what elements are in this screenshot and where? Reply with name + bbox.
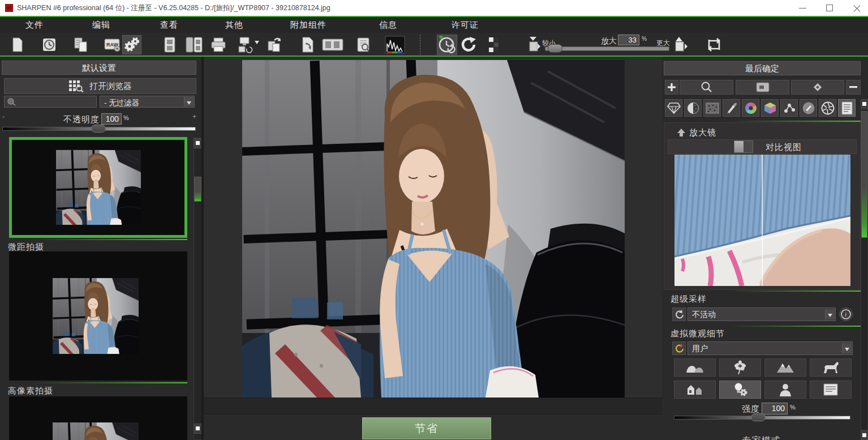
supersampling-info-button[interactable]: i: [839, 307, 853, 321]
notes-tool-button[interactable]: [838, 99, 856, 117]
export-device-button[interactable]: [237, 35, 261, 54]
menu-info[interactable]: 信息: [379, 20, 397, 31]
effect-settings-button[interactable]: [122, 35, 141, 54]
finalize-scroll-up-button[interactable]: [861, 99, 868, 109]
supersampling-select[interactable]: 不活动: [687, 307, 836, 321]
micro-type-portrait-button[interactable]: [764, 381, 806, 399]
loupe-preview-image[interactable]: [674, 155, 850, 286]
filter-dropdown-arrow[interactable]: [184, 97, 194, 106]
preview-window-button[interactable]: [736, 80, 789, 95]
finalize-header[interactable]: 最后确定: [664, 61, 861, 75]
raw-develop-button[interactable]: RAW: [103, 35, 122, 54]
title-bar: SHARPEN #6 professional (64 位) - 注册至 - V…: [0, 0, 868, 16]
menu-other[interactable]: 其他: [225, 20, 243, 31]
nodes-tool-button[interactable]: [780, 99, 798, 117]
presets-header[interactable]: 默认设置: [2, 61, 196, 75]
main-photo[interactable]: [242, 60, 625, 398]
rotate-image-button[interactable]: [265, 35, 284, 54]
micro-type-rocks-button[interactable]: [674, 358, 716, 377]
finalize-scroll-down-button[interactable]: [861, 430, 868, 440]
zoom-out-button[interactable]: [524, 35, 543, 54]
opacity-slider-thumb[interactable]: [91, 125, 106, 133]
maximize-button[interactable]: [817, 0, 843, 16]
image-canvas: 节省: [204, 57, 662, 440]
mask-pen-button[interactable]: [800, 99, 817, 117]
zoom-slider-thumb[interactable]: [548, 44, 562, 53]
gem-tool-button[interactable]: [665, 99, 682, 117]
fit-view-button[interactable]: [703, 35, 725, 54]
section-separator-line: [730, 121, 861, 122]
menu-file[interactable]: 文件: [25, 20, 44, 31]
micro-type-mountain-button[interactable]: [764, 358, 806, 377]
aperture-tool-button[interactable]: [819, 99, 836, 117]
minimize-icon: [799, 8, 806, 8]
micro-type-flower-button[interactable]: [719, 358, 761, 377]
strength-slider-thumb[interactable]: [751, 413, 766, 421]
supersampling-dropdown-arrow[interactable]: [825, 309, 835, 319]
histogram-button[interactable]: [384, 35, 406, 54]
redo-button[interactable]: [459, 35, 479, 54]
single-view-button[interactable]: [160, 35, 179, 54]
menu-view[interactable]: 查看: [160, 20, 178, 31]
zoom-value-field[interactable]: 33: [618, 35, 639, 45]
auto-recalc-button[interactable]: [437, 35, 457, 55]
preset-thumbnail-macro[interactable]: [9, 251, 187, 381]
next-section-header-clipped[interactable]: 专家模式: [662, 435, 861, 440]
opacity-label: 不透明度: [63, 114, 100, 125]
menu-license[interactable]: 许可证: [452, 20, 479, 31]
micro-type-bulb-button[interactable]: [719, 381, 761, 399]
micro-type-houses-button[interactable]: [674, 381, 716, 399]
zoom-in-button[interactable]: [670, 35, 689, 54]
supersampling-refresh-button[interactable]: [672, 307, 686, 321]
color-wheel-button[interactable]: [742, 99, 759, 117]
micro-refresh-button[interactable]: [672, 341, 686, 355]
compare-view-button[interactable]: [184, 35, 204, 54]
zoom-slider-track[interactable]: [545, 46, 669, 51]
compare-toggle[interactable]: [734, 140, 753, 153]
menu-addons[interactable]: 附加组件: [290, 20, 326, 31]
supersampling-value: 不活动: [692, 310, 716, 319]
denoise-tool-button[interactable]: [703, 99, 721, 117]
preset-search-input[interactable]: [4, 96, 97, 108]
open-browser-button[interactable]: 打开浏览器: [4, 78, 196, 94]
export-file-button[interactable]: [299, 35, 318, 54]
presets-scroll-up-button[interactable]: [194, 138, 202, 148]
add-preset-button[interactable]: [665, 80, 678, 95]
preset-thumbnail-hipixel[interactable]: [9, 396, 187, 440]
opacity-value-field[interactable]: 100: [101, 113, 122, 125]
print-button[interactable]: [209, 35, 228, 54]
brush-tool-button[interactable]: [723, 99, 740, 117]
collapse-arrow-icon[interactable]: [677, 128, 686, 137]
micro-type-document-button[interactable]: [810, 381, 852, 399]
strength-value-field[interactable]: 100: [762, 403, 788, 415]
menu-edit[interactable]: 编辑: [92, 20, 110, 31]
compare-pixels-button[interactable]: [484, 35, 504, 54]
micro-preset-value: 用户: [692, 344, 708, 353]
micro-preset-select[interactable]: 用户: [687, 341, 853, 355]
preset-filter-select[interactable]: - 无过滤器: [100, 96, 195, 108]
preset-filter-value: - 无过滤器: [104, 99, 139, 107]
color-cube-button[interactable]: [761, 99, 779, 117]
save-button[interactable]: 节省: [362, 417, 491, 439]
zoom-in-icon: [671, 36, 688, 54]
presets-scroll-thumb[interactable]: [194, 177, 201, 202]
new-image-button[interactable]: [8, 35, 27, 54]
finalize-scroll-thumb[interactable]: [861, 111, 867, 238]
history-button[interactable]: [40, 35, 59, 54]
fit-view-icon: [704, 36, 724, 53]
search-variant-button[interactable]: [680, 80, 733, 95]
copy-settings-button[interactable]: [71, 35, 91, 54]
group-separator-line: [34, 239, 187, 240]
variant-diamond-button[interactable]: [791, 80, 844, 95]
micro-type-horse-button[interactable]: [810, 358, 852, 377]
presets-scroll-down-button[interactable]: [194, 424, 202, 434]
minimize-button[interactable]: [790, 0, 816, 16]
preset-thumbnail-selected[interactable]: [9, 137, 187, 238]
filmstrip-button[interactable]: [321, 35, 344, 54]
micro-dropdown-arrow[interactable]: [842, 343, 852, 353]
contrast-sphere-button[interactable]: [684, 99, 702, 117]
close-button[interactable]: [844, 0, 868, 16]
remove-preset-button[interactable]: [846, 80, 861, 95]
preview-quality-button[interactable]: [354, 35, 373, 54]
toolbar-separator: [420, 35, 420, 55]
